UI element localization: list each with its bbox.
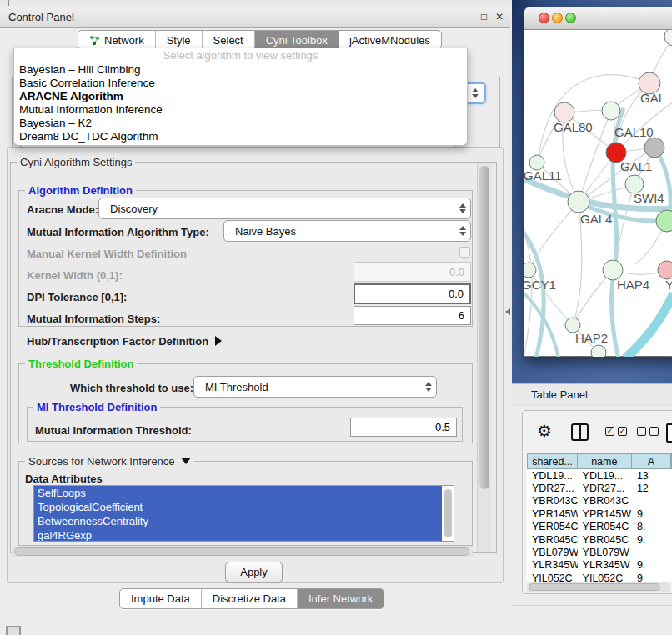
network-node[interactable]: [664, 30, 672, 46]
split-collapse-icon[interactable]: [505, 308, 510, 315]
network-window-titlebar[interactable]: [524, 8, 672, 30]
attribute-item-gal4rgexp[interactable]: gal4RGexp: [34, 528, 442, 542]
network-node[interactable]: [591, 345, 606, 357]
table-row[interactable]: YLR345WYLR345W9.: [527, 559, 672, 572]
column-header-shared[interactable]: shared...: [528, 454, 578, 468]
algorithm-option-bayesian-hill-climbing[interactable]: Bayesian – Hill Climbing: [14, 63, 467, 77]
sources-title-row[interactable]: Sources for Network Inference: [25, 455, 194, 468]
expand-right-icon: [215, 336, 222, 346]
grip-box[interactable]: [6, 626, 21, 635]
algorithm-option-basic-correlation-inference[interactable]: Basic Correlation Inference: [14, 77, 467, 90]
table-row[interactable]: YBR043CYBR043C: [527, 495, 672, 508]
algorithm-option-bayesian-k2[interactable]: Bayesian – K2: [14, 117, 467, 130]
table-cell: YDL19...: [527, 470, 578, 482]
algorithm-dropdown: Select algorithm to view settings Bayesi…: [13, 48, 468, 146]
node-label-gal: GAL: [640, 91, 665, 105]
network-node[interactable]: [658, 261, 672, 279]
network-node[interactable]: [602, 102, 620, 120]
network-node[interactable]: [524, 262, 536, 278]
table-panel-title: Table Panel: [531, 388, 588, 401]
column-header-a[interactable]: A: [632, 454, 671, 468]
dpi-tolerance-field[interactable]: 0.0: [354, 283, 471, 304]
mi-threshold-label: Mutual Information Threshold:: [35, 424, 192, 437]
network-node[interactable]: [644, 138, 664, 158]
settings-hscrollbar-thumb[interactable]: [14, 548, 469, 556]
algorithm-option-dream8-dc-tdc-algorithm[interactable]: Dream8 DC_TDC Algorithm: [14, 130, 467, 143]
network-icon: [89, 35, 100, 46]
tab-label: Style: [167, 34, 191, 47]
tab-impute-data[interactable]: Impute Data: [120, 589, 202, 608]
network-node[interactable]: [568, 191, 589, 212]
settings-vscrollbar[interactable]: [477, 163, 491, 552]
tab-label: Discretize Data: [213, 592, 286, 605]
mi-threshold-field[interactable]: 0.5: [350, 418, 457, 437]
network-node[interactable]: [656, 210, 672, 232]
table-hscrollbar-thumb[interactable]: [529, 583, 660, 591]
table-hscrollbar[interactable]: [527, 582, 670, 592]
tab-label: Select: [213, 34, 243, 47]
table-row[interactable]: YDR27...YDR27...12: [527, 482, 672, 494]
close-button[interactable]: [539, 12, 549, 23]
algorithm-option-aracne-algorithm[interactable]: ARACNE Algorithm: [14, 90, 467, 103]
network-canvas[interactable]: GALGAL80GAL10GAL11GAL1SWI4GAL4GCY1HAP4YH…: [524, 30, 672, 357]
mi-steps-field[interactable]: 6: [354, 306, 471, 325]
table-cell: YPR145W: [527, 508, 578, 520]
export-table-icon[interactable]: [666, 423, 672, 442]
zoom-button[interactable]: [565, 12, 576, 23]
table-header: shared...nameA: [527, 453, 672, 469]
table-row[interactable]: YIL052CYIL052C9: [527, 572, 672, 582]
table-rows: YDL19...YDL19...13YDR27...YDR27...12YBR0…: [527, 469, 672, 582]
table-row[interactable]: YBR045CYBR045C9.: [527, 533, 672, 546]
attribute-item-selfloops[interactable]: SelfLoops: [34, 486, 442, 500]
network-edge[interactable]: [625, 293, 672, 357]
columns-icon[interactable]: [571, 423, 589, 441]
tab-discretize-data[interactable]: Discretize Data: [202, 589, 298, 608]
manual-kernel-checkbox[interactable]: [459, 247, 470, 258]
mi-steps-label: Mutual Information Steps:: [27, 312, 160, 325]
tab-network[interactable]: Network: [78, 31, 156, 49]
which-threshold-combo[interactable]: MI Threshold: [193, 376, 437, 398]
apply-button[interactable]: Apply: [225, 562, 283, 582]
manual-kernel-label: Manual Kernel Width Definition: [27, 248, 187, 260]
top-strip: [0, 0, 512, 7]
table-cell: YIL052C: [578, 572, 632, 582]
table-row[interactable]: YPR145WYPR145W9.: [527, 508, 672, 520]
tab-label: Network: [104, 34, 144, 47]
minimize-button[interactable]: [552, 12, 563, 23]
table-row[interactable]: YER054CYER054C8.: [527, 521, 672, 533]
table-row[interactable]: YDL19...YDL19...13: [527, 469, 672, 482]
algorithm-option-mutual-information-inference[interactable]: Mutual Information Inference: [14, 103, 467, 117]
close-icon[interactable]: ✕: [495, 11, 504, 22]
deselect-all-icon[interactable]: [637, 427, 659, 436]
table-cell: 9.: [632, 534, 672, 546]
kernel-width-label: Kernel Width (0,1):: [27, 269, 123, 282]
aracne-mode-label: Aracne Mode:: [27, 203, 98, 216]
network-window[interactable]: GALGAL80GAL10GAL11GAL1SWI4GAL4GCY1HAP4YH…: [524, 7, 672, 357]
mi-type-combo[interactable]: Naive Bayes: [223, 220, 471, 242]
table-row[interactable]: YBL079WYBL079W: [527, 546, 672, 558]
algorithm-options: Bayesian – Hill ClimbingBasic Correlatio…: [14, 63, 467, 143]
algorithm-definition-title: Algorithm Definition: [25, 184, 136, 197]
select-all-icon[interactable]: ✓✓: [605, 427, 627, 436]
column-header-name[interactable]: name: [578, 454, 632, 468]
settings-vscrollbar-thumb[interactable]: [479, 166, 489, 489]
float-icon[interactable]: □: [481, 11, 487, 22]
table-cell: YER054C: [578, 521, 632, 532]
kernel-width-field[interactable]: 0.0: [354, 262, 471, 282]
table-cell: 9: [632, 572, 672, 582]
tab-style[interactable]: Style: [156, 31, 203, 49]
tab-cyni-toolbox[interactable]: Cyni Toolbox: [255, 31, 339, 49]
data-attributes-list[interactable]: SelfLoopsTopologicalCoefficientBetweenne…: [33, 485, 454, 542]
settings-hscrollbar[interactable]: [12, 546, 473, 558]
tab-jactivemnodules[interactable]: jActiveMNodules: [339, 31, 441, 49]
mi-type-value: Naive Bayes: [224, 225, 455, 238]
table-cell: YBR043C: [527, 495, 578, 507]
attribute-item-topologicalcoefficient[interactable]: TopologicalCoefficient: [34, 500, 442, 514]
attribute-item-betweennesscentrality[interactable]: BetweennessCentrality: [34, 514, 442, 528]
aracne-mode-combo[interactable]: Discovery: [98, 198, 471, 219]
tab-select[interactable]: Select: [203, 31, 255, 49]
list-vscrollbar-thumb[interactable]: [444, 489, 452, 538]
gear-icon[interactable]: ⚙: [537, 421, 552, 441]
tab-infer-network[interactable]: Infer Network: [298, 589, 384, 608]
hub-definition-toggle[interactable]: Hub/Transcription Factor Definition: [27, 333, 222, 348]
